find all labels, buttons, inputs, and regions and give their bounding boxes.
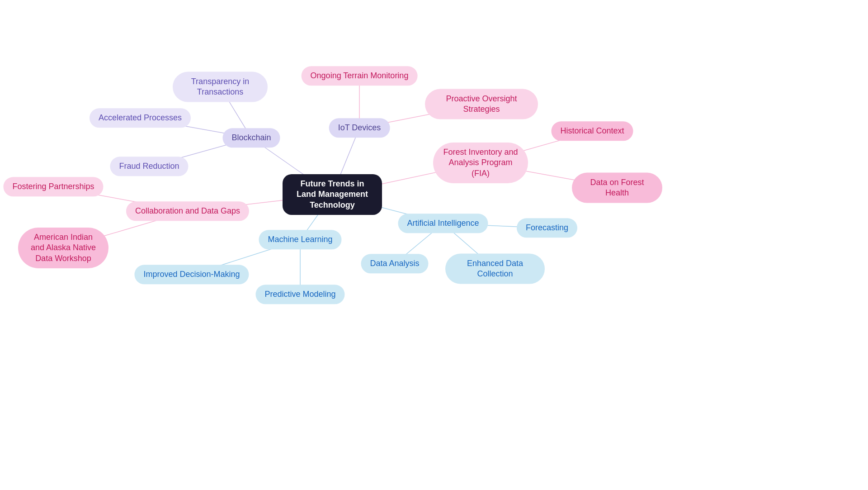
node-fraud: Fraud Reduction: [110, 157, 188, 176]
node-forecasting: Forecasting: [517, 218, 577, 238]
node-data_analysis: Data Analysis: [361, 254, 428, 273]
node-transparency: Transparency in Transactions: [173, 72, 268, 102]
node-iot: IoT Devices: [329, 118, 390, 138]
node-predictive: Predictive Modeling: [255, 285, 344, 304]
node-terrain: Ongoing Terrain Monitoring: [302, 66, 418, 86]
node-forest_health: Data on Forest Health: [572, 173, 662, 203]
node-historical: Historical Context: [551, 121, 633, 141]
connection-lines: [0, 0, 868, 490]
node-ml: Machine Learning: [259, 230, 341, 249]
node-alaska: American Indian and Alaska Native Data W…: [18, 228, 108, 268]
node-accelerated: Accelerated Processes: [90, 108, 191, 128]
node-fostering: Fostering Partnerships: [3, 177, 103, 196]
node-blockchain: Blockchain: [222, 128, 280, 147]
mindmap-container: Future Trends in Land Management Technol…: [0, 0, 868, 490]
node-fia: Forest Inventory and Analysis Program (F…: [433, 143, 528, 183]
node-oversight: Proactive Oversight Strategies: [425, 89, 538, 119]
node-collab: Collaboration and Data Gaps: [126, 201, 249, 221]
node-decision: Improved Decision-Making: [134, 265, 249, 284]
node-ai: Artificial Intelligence: [398, 214, 488, 233]
node-enhanced: Enhanced Data Collection: [445, 254, 545, 284]
node-center: Future Trends in Land Management Technol…: [283, 174, 382, 215]
